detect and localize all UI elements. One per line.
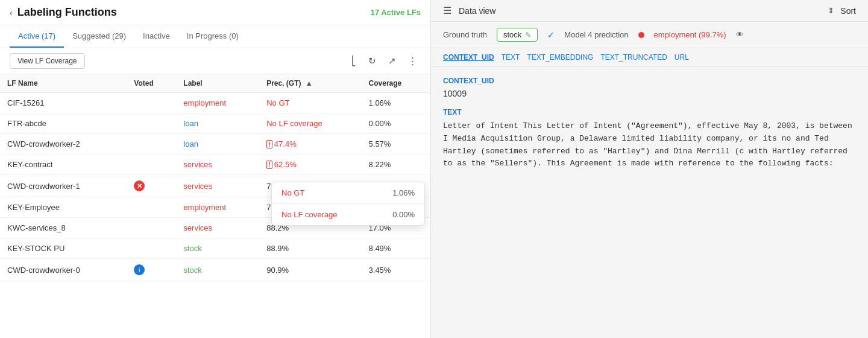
right-header: ☰ Data view ⇕ Sort — [431, 0, 868, 22]
right-controls: Ground truth stock ✎ ✓ Model 4 predictio… — [431, 22, 868, 48]
tooltip-value-no-gt: 1.06% — [392, 188, 415, 197]
table-row[interactable]: CWD-crowdworker-2 loan ! 47.4% 5.57% — [0, 134, 430, 155]
lf-name: CWD-crowdworker-0 — [0, 259, 127, 281]
coverage-cell: 0.00% — [362, 113, 430, 134]
coverage-cell: 8.22% — [362, 155, 430, 175]
coverage-cell: 3.45% — [362, 259, 430, 281]
table-row[interactable]: KEY-contract services ! 62.5% 8.22% — [0, 155, 430, 175]
warning-icon: ! — [266, 161, 272, 169]
prec-cell: No LF coverage — [259, 113, 361, 134]
data-content: CONTEXT_UID 10009 TEXT Letter of Intent … — [431, 67, 868, 338]
voted-cell: ✕ — [127, 175, 176, 197]
filter-icon[interactable]: ⎣ — [348, 53, 360, 69]
chevron-left-icon[interactable]: ‹ — [10, 8, 13, 18]
voted-cell — [127, 155, 176, 175]
col-coverage: Coverage — [362, 74, 430, 93]
lf-name: KEY-STOCK PU — [0, 238, 127, 259]
tooltip-row-no-lf: No LF coverage 0.00% — [272, 204, 424, 225]
left-panel: ‹ Labeling Functions 17 Active LFs Activ… — [0, 0, 431, 338]
prec-cell: ! 62.5% — [259, 155, 361, 175]
prec-cell: No GT — [259, 93, 361, 113]
lf-table-container: LF Name Voted Label Prec. (GT) ▲ Coverag… — [0, 74, 430, 338]
lf-name: CWD-crowdworker-1 — [0, 175, 127, 197]
table-row[interactable]: CIF-15261 employment No GT 1.06% — [0, 93, 430, 113]
label-cell: loan — [176, 134, 259, 155]
field-tab-text-embedding[interactable]: TEXT_EMBEDDING — [527, 53, 593, 62]
info-badge: i — [134, 264, 145, 275]
label-cell: loan — [176, 113, 259, 134]
coverage-cell: 8.49% — [362, 238, 430, 259]
refresh-icon[interactable]: ↻ — [365, 53, 380, 69]
tab-inactive[interactable]: Inactive — [134, 25, 178, 48]
sort-icon: ⇕ — [828, 6, 834, 15]
label-cell: stock — [176, 238, 259, 259]
model-dot-icon — [638, 32, 644, 38]
left-header: ‹ Labeling Functions 17 Active LFs — [0, 0, 430, 25]
sort-button[interactable]: Sort — [840, 6, 856, 16]
tooltip-label-no-lf: No LF coverage — [281, 210, 392, 219]
coverage-cell: 5.57% — [362, 134, 430, 155]
voted-cell: i — [127, 259, 176, 281]
toolbar: View LF Coverage ⎣ ↻ ↗ ⋮ — [0, 48, 430, 74]
eye-icon[interactable]: 👁 — [736, 30, 744, 39]
voted-cell — [127, 238, 176, 259]
label-cell: employment — [176, 197, 259, 218]
more-icon[interactable]: ⋮ — [404, 53, 421, 69]
ground-truth-value[interactable]: stock ✎ — [497, 28, 538, 42]
active-lfs-badge: 17 Active LFs — [371, 8, 421, 17]
field-tab-url[interactable]: URL — [675, 53, 689, 62]
prec-cell: 88.9% — [259, 238, 361, 259]
prec-cell: ! 47.4% — [259, 134, 361, 155]
menu-icon[interactable]: ☰ — [443, 5, 451, 16]
col-lf-name: LF Name — [0, 74, 127, 93]
tab-in-progress[interactable]: In Progress (0) — [178, 25, 247, 48]
data-view-label: Data view — [459, 6, 495, 16]
table-row[interactable]: FTR-abcde loan No LF coverage 0.00% — [0, 113, 430, 134]
table-row[interactable]: CWD-crowdworker-0 i stock 90.9% 3.45% — [0, 259, 430, 281]
label-cell: employment — [176, 93, 259, 113]
edit-icon[interactable]: ✎ — [525, 31, 531, 39]
sort-arrow-icon: ▲ — [306, 79, 313, 88]
tooltip-value-no-lf: 0.00% — [392, 210, 415, 219]
field-tab-context-uid[interactable]: CONTEXT_UID — [443, 53, 494, 62]
col-label: Label — [176, 74, 259, 93]
col-voted: Voted — [127, 74, 176, 93]
lf-name: KEY-Employee — [0, 197, 127, 218]
lf-name: KWC-services_8 — [0, 218, 127, 238]
tab-active[interactable]: Active (17) — [10, 25, 64, 48]
lf-name: CIF-15261 — [0, 93, 127, 113]
lf-name: KEY-contract — [0, 155, 127, 175]
context-uid-value: 10009 — [443, 89, 856, 98]
label-cell: services — [176, 155, 259, 175]
label-cell: services — [176, 218, 259, 238]
view-coverage-button[interactable]: View LF Coverage — [10, 53, 85, 69]
check-icon: ✓ — [547, 30, 555, 40]
field-tabs: CONTEXT_UID TEXT TEXT_EMBEDDING TEXT_TRU… — [431, 48, 868, 67]
context-uid-title: CONTEXT_UID — [443, 77, 856, 85]
ground-truth-text: stock — [503, 30, 521, 39]
table-row[interactable]: KEY-STOCK PU stock 88.9% 8.49% — [0, 238, 430, 259]
tooltip-row-no-gt: No GT 1.06% — [272, 182, 424, 204]
field-tab-text-truncated[interactable]: TEXT_TRUNCATED — [600, 53, 667, 62]
coverage-cell: 1.06% — [362, 93, 430, 113]
warning-icon: ! — [266, 140, 272, 148]
field-tab-text[interactable]: TEXT — [502, 53, 520, 62]
tooltip-label-no-gt: No GT — [281, 188, 392, 197]
model-label: Model 4 prediction — [564, 30, 628, 39]
error-badge: ✕ — [134, 180, 145, 191]
col-prec[interactable]: Prec. (GT) ▲ — [259, 74, 361, 93]
export-icon[interactable]: ↗ — [385, 53, 400, 69]
text-value: Letter of Intent This Letter of Intent (… — [443, 120, 856, 170]
tooltip-overlay: No GT 1.06% No LF coverage 0.00% — [271, 182, 425, 226]
voted-cell — [127, 134, 176, 155]
table-header-row: LF Name Voted Label Prec. (GT) ▲ Coverag… — [0, 74, 430, 93]
lf-table: LF Name Voted Label Prec. (GT) ▲ Coverag… — [0, 74, 430, 281]
voted-cell — [127, 113, 176, 134]
tab-suggested[interactable]: Suggested (29) — [64, 25, 134, 48]
voted-cell — [127, 218, 176, 238]
model-value: employment (99.7%) — [654, 30, 726, 39]
label-cell: services — [176, 175, 259, 197]
panel-title: Labeling Functions — [17, 6, 371, 19]
text-title: TEXT — [443, 108, 856, 116]
label-cell: stock — [176, 259, 259, 281]
